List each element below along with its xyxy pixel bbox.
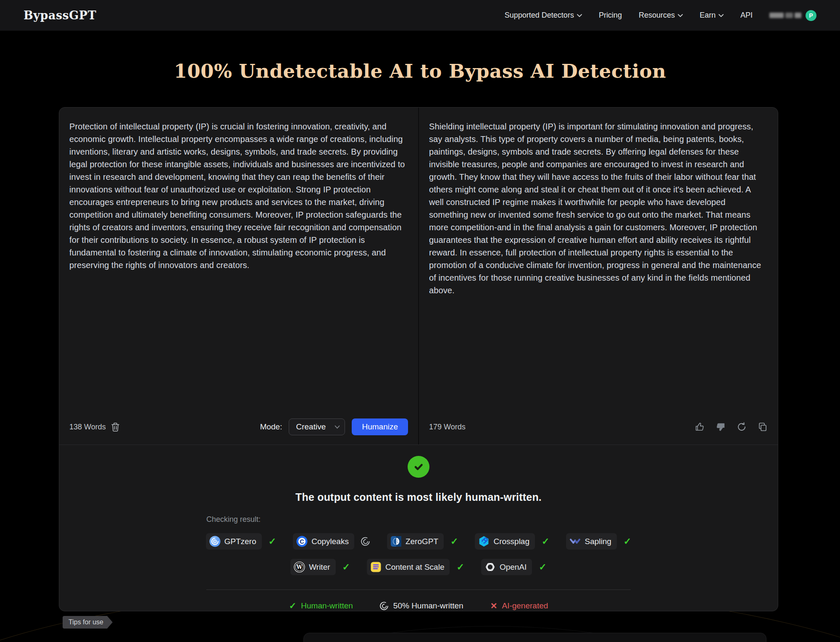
legend-half-human-written: 50% Human-written bbox=[380, 601, 463, 610]
nav-api-label: API bbox=[740, 11, 753, 20]
detector-chip[interactable]: ZeroGPT bbox=[387, 533, 444, 550]
detector-name: GPTzero bbox=[224, 537, 256, 546]
detector-chip[interactable]: C Copyleaks bbox=[293, 533, 354, 550]
legend-ai-generated: ✕ AI-generated bbox=[490, 601, 548, 611]
checking-result-label: Checking result: bbox=[206, 515, 631, 524]
input-text[interactable]: Protection of intellectual property (IP)… bbox=[69, 120, 407, 271]
legend-label: Human-written bbox=[301, 601, 353, 610]
result-legend: ✓ Human-written 50% Human-written ✕ AI-g… bbox=[289, 601, 548, 611]
detector-chip[interactable]: Crossplag bbox=[475, 533, 535, 550]
nav-supported-detectors[interactable]: Supported Detectors bbox=[505, 11, 582, 20]
nav-earn-label: Earn bbox=[700, 11, 716, 20]
legend-label: 50% Human-written bbox=[393, 601, 463, 610]
nav-resources[interactable]: Resources bbox=[639, 11, 683, 20]
mode-dropdown[interactable]: Creative bbox=[289, 418, 345, 435]
regenerate-icon[interactable] bbox=[737, 422, 747, 432]
legend-human-written: ✓ Human-written bbox=[289, 601, 353, 611]
nav-pricing[interactable]: Pricing bbox=[599, 11, 622, 20]
detector-name: Content at Scale bbox=[385, 563, 444, 572]
openai-logo-icon bbox=[485, 561, 496, 573]
chevron-down-icon bbox=[719, 14, 724, 17]
nav-earn[interactable]: Earn bbox=[700, 11, 724, 20]
detector-crossplag: Crossplag ✓ bbox=[475, 533, 549, 550]
copyleaks-logo-icon: C bbox=[296, 536, 308, 547]
result-heading: The output content is most likely human-… bbox=[295, 491, 542, 503]
detector-chip[interactable]: GPTzero bbox=[206, 533, 262, 550]
output-word-count-row: 179 Words bbox=[429, 423, 466, 432]
half-circle-icon bbox=[380, 602, 389, 610]
trash-icon[interactable] bbox=[111, 422, 120, 432]
checking-result-block: Checking result: GPTzero ✓ C bbox=[206, 515, 631, 575]
detector-gptzero: GPTzero ✓ bbox=[206, 533, 276, 550]
detector-sapling: Sapling ✓ bbox=[566, 533, 631, 550]
thumbs-up-icon[interactable] bbox=[695, 422, 705, 432]
status-half-human-icon bbox=[361, 537, 370, 546]
output-panel: Shielding intellectual property (IP) is … bbox=[419, 108, 778, 445]
thumbs-down-icon[interactable] bbox=[716, 422, 726, 432]
input-word-count: 138 Words bbox=[69, 423, 106, 432]
crossplag-logo-icon bbox=[478, 536, 490, 547]
detector-name: Writer bbox=[309, 563, 330, 572]
editor-panels: Protection of intellectual property (IP)… bbox=[59, 108, 778, 445]
mode-label: Mode: bbox=[260, 422, 282, 432]
output-actions bbox=[695, 422, 768, 432]
detector-name: OpenAI bbox=[500, 563, 527, 572]
detector-chip[interactable]: OpenAI bbox=[481, 559, 532, 575]
bypassgpt-logo[interactable]: BypassGPT bbox=[24, 9, 96, 22]
status-human-written-icon: ✓ bbox=[450, 537, 458, 546]
detector-chip[interactable]: Content at Scale bbox=[367, 559, 450, 575]
input-word-count-row: 138 Words bbox=[69, 422, 120, 432]
legend-divider bbox=[206, 589, 631, 590]
output-word-count: 179 Words bbox=[429, 423, 466, 432]
input-controls: Mode: Creative Humanize bbox=[260, 418, 408, 435]
success-check-icon bbox=[408, 456, 429, 478]
chevron-down-icon bbox=[577, 14, 582, 17]
detector-name: ZeroGPT bbox=[406, 537, 438, 546]
status-human-written-icon: ✓ bbox=[342, 563, 350, 572]
tips-for-use-button[interactable]: Tips for use bbox=[63, 616, 113, 629]
detector-chip[interactable]: Sapling bbox=[566, 533, 616, 550]
status-human-written-icon: ✓ bbox=[542, 537, 549, 546]
output-panel-footer: 179 Words bbox=[429, 418, 768, 436]
zerogpt-logo-icon bbox=[390, 536, 402, 547]
top-nav-bar: BypassGPT Supported Detectors Pricing Re… bbox=[0, 0, 840, 31]
nav-pricing-label: Pricing bbox=[599, 11, 622, 20]
detector-name: Crossplag bbox=[493, 537, 529, 546]
svg-text:C: C bbox=[300, 538, 304, 545]
nav-api[interactable]: API bbox=[740, 11, 753, 20]
legend-label: AI-generated bbox=[502, 601, 548, 610]
username-redacted bbox=[769, 13, 801, 18]
nav-resources-label: Resources bbox=[639, 11, 675, 20]
output-text[interactable]: Shielding intellectual property (IP) is … bbox=[429, 120, 767, 297]
status-human-written-icon: ✓ bbox=[539, 563, 546, 572]
gptzero-logo-icon bbox=[209, 536, 221, 547]
humanize-button[interactable]: Humanize bbox=[352, 418, 408, 435]
detector-name: Copyleaks bbox=[311, 537, 349, 546]
detection-result-section: The output content is most likely human-… bbox=[59, 445, 778, 611]
svg-text:W: W bbox=[296, 564, 303, 570]
detector-chip[interactable]: W Writer bbox=[290, 559, 335, 575]
sapling-logo-icon bbox=[569, 536, 581, 547]
chevron-down-icon bbox=[678, 14, 683, 17]
detector-writer: W Writer ✓ bbox=[290, 559, 350, 575]
detector-openai: OpenAI ✓ bbox=[481, 559, 547, 575]
nav-supported-detectors-label: Supported Detectors bbox=[505, 11, 574, 20]
user-avatar[interactable]: P bbox=[806, 10, 816, 21]
copy-icon[interactable] bbox=[758, 422, 768, 432]
check-icon: ✓ bbox=[289, 601, 297, 611]
mode-value: Creative bbox=[296, 422, 326, 432]
detector-row-2: W Writer ✓ Content at Scale ✓ bbox=[206, 559, 631, 575]
detector-row-1: GPTzero ✓ C Copyleaks bbox=[206, 533, 631, 550]
x-icon: ✕ bbox=[490, 601, 498, 611]
account-area[interactable]: P bbox=[769, 10, 816, 21]
chevron-down-icon bbox=[334, 425, 340, 429]
detector-name: Sapling bbox=[585, 537, 611, 546]
detector-zerogpt: ZeroGPT ✓ bbox=[387, 533, 458, 550]
status-human-written-icon: ✓ bbox=[624, 537, 631, 546]
input-panel-footer: 138 Words Mode: Creative Humanize bbox=[69, 418, 408, 436]
nav-links: Supported Detectors Pricing Resources Ea… bbox=[505, 10, 816, 21]
humanizer-card: Protection of intellectual property (IP)… bbox=[59, 107, 778, 611]
next-section-card-peek bbox=[303, 633, 766, 642]
detector-copyleaks: C Copyleaks bbox=[293, 533, 370, 550]
writer-logo-icon: W bbox=[294, 561, 305, 573]
